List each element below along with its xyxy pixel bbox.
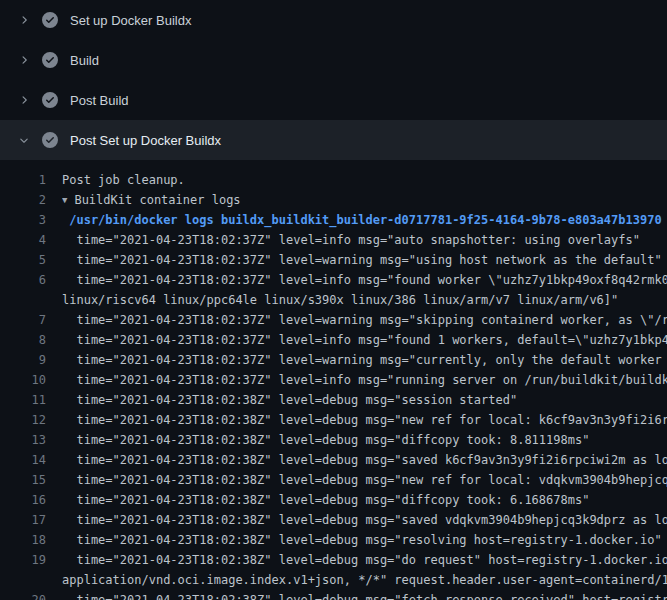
step-header-build[interactable]: Build <box>0 40 667 80</box>
log-text: time="2021-04-23T18:02:37Z" level=info m… <box>62 370 667 390</box>
log-line: 3 /usr/bin/docker logs buildx_buildkit_b… <box>0 210 667 230</box>
log-line-continuation: linux/riscv64 linux/ppc64le linux/s390x … <box>0 290 667 310</box>
log-line: 20 time="2021-04-23T18:02:38Z" level=deb… <box>0 590 667 600</box>
log-text: time="2021-04-23T18:02:37Z" level=warnin… <box>62 350 667 370</box>
log-line: 1Post job cleanup. <box>0 170 667 190</box>
log-text: Post job cleanup. <box>62 170 185 190</box>
log-command-text: /usr/bin/docker logs buildx_buildkit_bui… <box>62 210 662 230</box>
step-label: Post Set up Docker Buildx <box>70 133 221 148</box>
log-line: 8 time="2021-04-23T18:02:37Z" level=info… <box>0 330 667 350</box>
check-circle-icon <box>42 52 58 68</box>
log-line-number <box>0 290 46 310</box>
log-text: time="2021-04-23T18:02:38Z" level=debug … <box>62 390 517 410</box>
log-line-number[interactable]: 18 <box>0 530 46 550</box>
log-line: 12 time="2021-04-23T18:02:38Z" level=deb… <box>0 410 667 430</box>
log-line: 19 time="2021-04-23T18:02:38Z" level=deb… <box>0 550 667 570</box>
log-line-number[interactable]: 13 <box>0 430 46 450</box>
log-line: 16 time="2021-04-23T18:02:38Z" level=deb… <box>0 490 667 510</box>
log-text: time="2021-04-23T18:02:38Z" level=debug … <box>62 410 667 430</box>
log-line-number[interactable]: 6 <box>0 270 46 290</box>
chevron-right-icon <box>16 52 32 68</box>
steps-list: Set up Docker BuildxBuildPost BuildPost … <box>0 0 667 160</box>
log-text: time="2021-04-23T18:02:37Z" level=info m… <box>62 330 667 350</box>
log-line: 7 time="2021-04-23T18:02:37Z" level=warn… <box>0 310 667 330</box>
log-text: application/vnd.oci.image.index.v1+json,… <box>62 570 667 590</box>
log-line-number[interactable]: 11 <box>0 390 46 410</box>
log-line-number[interactable]: 17 <box>0 510 46 530</box>
log-text: time="2021-04-23T18:02:38Z" level=debug … <box>62 450 667 470</box>
log-line-number[interactable]: 2 <box>0 190 46 210</box>
step-header-post-set-up-docker-buildx[interactable]: Post Set up Docker Buildx <box>0 120 667 160</box>
log-line: 15 time="2021-04-23T18:02:38Z" level=deb… <box>0 470 667 490</box>
log-line: 13 time="2021-04-23T18:02:38Z" level=deb… <box>0 430 667 450</box>
log-line: 6 time="2021-04-23T18:02:37Z" level=info… <box>0 270 667 290</box>
log-text: time="2021-04-23T18:02:38Z" level=debug … <box>62 510 667 530</box>
log-line: 2▼BuildKit container logs <box>0 190 667 210</box>
log-line-number[interactable]: 12 <box>0 410 46 430</box>
log-viewer[interactable]: 1Post job cleanup.2▼BuildKit container l… <box>0 160 667 600</box>
chevron-right-icon <box>16 12 32 28</box>
log-line: 18 time="2021-04-23T18:02:38Z" level=deb… <box>0 530 667 550</box>
log-line: 9 time="2021-04-23T18:02:37Z" level=warn… <box>0 350 667 370</box>
log-text: time="2021-04-23T18:02:38Z" level=debug … <box>62 490 589 510</box>
log-text: time="2021-04-23T18:02:38Z" level=debug … <box>62 530 662 550</box>
step-label: Set up Docker Buildx <box>70 13 191 28</box>
chevron-right-icon <box>16 92 32 108</box>
log-line: 17 time="2021-04-23T18:02:38Z" level=deb… <box>0 510 667 530</box>
step-label: Post Build <box>70 93 129 108</box>
log-line-number[interactable]: 5 <box>0 250 46 270</box>
log-line-continuation: application/vnd.oci.image.index.v1+json,… <box>0 570 667 590</box>
log-line-number[interactable]: 9 <box>0 350 46 370</box>
step-header-set-up-docker-buildx[interactable]: Set up Docker Buildx <box>0 0 667 40</box>
log-line-number[interactable]: 14 <box>0 450 46 470</box>
log-line: 5 time="2021-04-23T18:02:37Z" level=warn… <box>0 250 667 270</box>
group-collapse-icon[interactable]: ▼ <box>62 195 67 205</box>
log-text: time="2021-04-23T18:02:38Z" level=debug … <box>62 550 667 570</box>
check-circle-icon <box>42 12 58 28</box>
log-line-number[interactable]: 3 <box>0 210 46 230</box>
log-text: ▼BuildKit container logs <box>62 190 241 210</box>
log-line: 10 time="2021-04-23T18:02:37Z" level=inf… <box>0 370 667 390</box>
log-text: linux/riscv64 linux/ppc64le linux/s390x … <box>62 290 618 310</box>
actions-log-panel: Set up Docker BuildxBuildPost BuildPost … <box>0 0 667 600</box>
log-text: time="2021-04-23T18:02:37Z" level=warnin… <box>62 310 667 330</box>
log-text: time="2021-04-23T18:02:38Z" level=debug … <box>62 590 667 600</box>
check-circle-icon <box>42 92 58 108</box>
step-header-post-build[interactable]: Post Build <box>0 80 667 120</box>
log-line-number[interactable]: 7 <box>0 310 46 330</box>
log-line-number[interactable]: 4 <box>0 230 46 250</box>
log-line-number[interactable]: 19 <box>0 550 46 570</box>
log-line-number[interactable]: 10 <box>0 370 46 390</box>
log-text: time="2021-04-23T18:02:37Z" level=info m… <box>62 270 667 290</box>
log-text: time="2021-04-23T18:02:37Z" level=warnin… <box>62 250 662 270</box>
log-line-number[interactable]: 1 <box>0 170 46 190</box>
log-line: 14 time="2021-04-23T18:02:38Z" level=deb… <box>0 450 667 470</box>
chevron-down-icon <box>16 132 32 148</box>
log-line: 11 time="2021-04-23T18:02:38Z" level=deb… <box>0 390 667 410</box>
check-circle-icon <box>42 132 58 148</box>
log-line-number <box>0 570 46 590</box>
log-line-number[interactable]: 20 <box>0 590 46 600</box>
log-line-number[interactable]: 15 <box>0 470 46 490</box>
log-text: time="2021-04-23T18:02:38Z" level=debug … <box>62 430 589 450</box>
group-title: BuildKit container logs <box>74 193 240 207</box>
log-text: time="2021-04-23T18:02:38Z" level=debug … <box>62 470 667 490</box>
step-label: Build <box>70 53 99 68</box>
log-text: time="2021-04-23T18:02:37Z" level=info m… <box>62 230 640 250</box>
log-line-number[interactable]: 8 <box>0 330 46 350</box>
log-line-number[interactable]: 16 <box>0 490 46 510</box>
log-line: 4 time="2021-04-23T18:02:37Z" level=info… <box>0 230 667 250</box>
